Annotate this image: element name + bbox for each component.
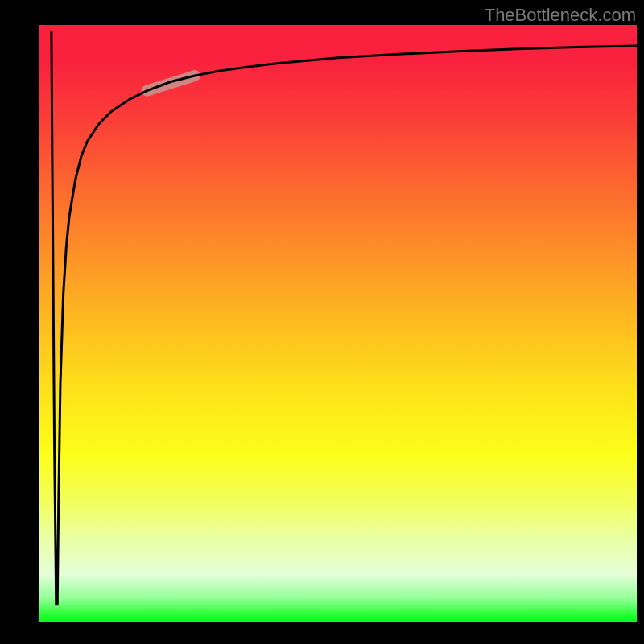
plot-area bbox=[39, 25, 637, 622]
main-curve bbox=[52, 31, 637, 604]
watermark-text: TheBottleneck.com bbox=[485, 5, 636, 26]
curve-svg bbox=[39, 25, 637, 622]
